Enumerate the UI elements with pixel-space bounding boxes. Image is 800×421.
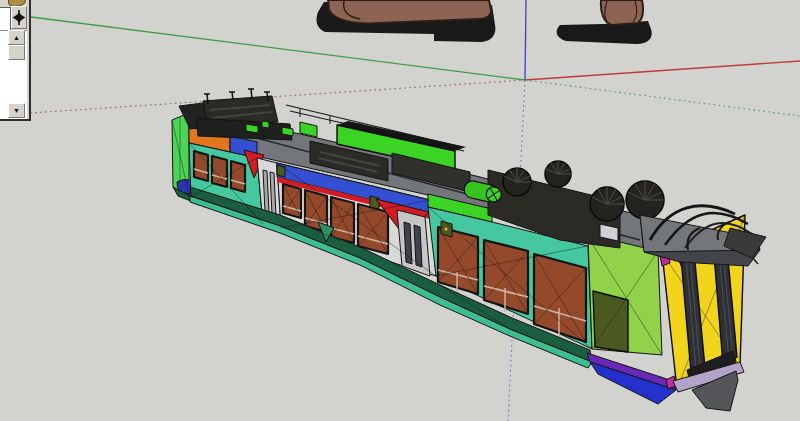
roof-fan	[590, 187, 624, 221]
vertical-scrollbar[interactable]: ▲ ▼	[8, 30, 26, 118]
scroll-down-button[interactable]: ▼	[8, 103, 25, 118]
text-field-partial[interactable]	[0, 7, 11, 31]
door-mid	[397, 210, 430, 276]
red-axis-solid	[525, 61, 800, 80]
drawing-canvas[interactable]	[0, 0, 800, 421]
axes-tool-button[interactable]	[11, 6, 27, 29]
scroll-up-button[interactable]: ▲	[8, 30, 25, 45]
axes-tool-icon	[12, 7, 26, 28]
left-boot	[316, 0, 495, 42]
blue-axis-solid	[525, 0, 526, 80]
roof-fan	[503, 168, 531, 196]
scale-figure-boots[interactable]	[316, 0, 651, 44]
roof-fan	[626, 181, 664, 219]
right-boot	[557, 0, 652, 44]
badge	[370, 196, 379, 209]
scroll-up-icon: ▲	[13, 34, 20, 41]
scrollbar-thumb[interactable]	[8, 45, 25, 60]
app-viewport: ▲ ▼	[0, 0, 800, 421]
side-panel: ▲ ▼	[0, 0, 31, 121]
scroll-down-icon: ▼	[13, 107, 20, 114]
lime-front-section	[588, 237, 662, 355]
badge	[277, 165, 285, 177]
window	[231, 161, 245, 192]
green-axis-dotted	[525, 80, 800, 116]
roof-green-fitting	[262, 121, 269, 128]
window	[194, 151, 208, 181]
roof-green-fitting	[246, 124, 258, 133]
tram-model[interactable]	[172, 89, 766, 411]
roof-fan	[545, 161, 571, 187]
roof-green-fitting	[282, 127, 293, 136]
